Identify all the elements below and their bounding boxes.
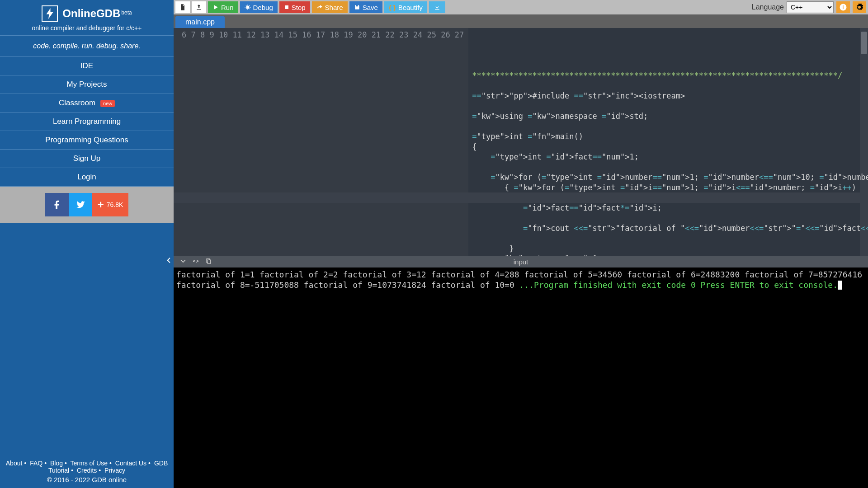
gear-icon [855,3,863,11]
footer-terms[interactable]: Terms of Use [71,460,108,467]
info-icon: i [839,3,847,11]
brand-beta: beta [121,9,132,16]
collapse-sidebar-button[interactable] [165,250,174,270]
footer-privacy[interactable]: Privacy [104,467,125,474]
nav-my-projects[interactable]: My Projects [0,75,174,94]
share-count-value: 76.8K [107,201,123,208]
copyright: © 2016 - 2022 GDB online [0,476,174,488]
tab-main-cpp[interactable]: main.cpp [175,16,225,28]
upload-icon [195,4,203,11]
chevron-left-icon [165,257,173,264]
nav-classroom-label: Classroom [59,99,95,107]
footer-links: About• FAQ• Blog• Terms of Use• Contact … [0,460,174,476]
nav-login[interactable]: Login [0,168,174,187]
bug-icon [245,4,251,10]
brand-title: OnlineGDB [62,7,120,19]
save-button[interactable]: Save [349,1,382,13]
logo-area: OnlineGDBbeta online compiler and debugg… [0,0,174,35]
save-icon [354,4,360,10]
copy-icon [205,258,212,264]
share-count-button[interactable]: + 76.8K [92,193,129,216]
debug-button[interactable]: Debug [240,1,278,13]
stop-icon [284,5,289,10]
settings-button[interactable] [853,1,866,13]
svg-rect-5 [208,260,210,263]
console-output[interactable]: factorial of 1=1 factorial of 2=2 factor… [174,267,868,488]
svg-rect-1 [285,5,288,9]
plus-icon: + [98,198,104,211]
scrollbar-thumb[interactable] [861,32,867,54]
code-area[interactable]: ****************************************… [468,28,868,256]
nav-learn-programming[interactable]: Learn Programming [0,113,174,131]
share-icon [316,4,323,10]
svg-text:i: i [843,5,844,10]
facebook-button[interactable] [45,193,69,216]
brand-subtitle: online compiler and debugger for c/c++ [0,24,174,32]
nav-ide[interactable]: IDE [0,57,174,75]
expand-icon [193,258,199,264]
chevron-down-icon [180,258,186,264]
stop-button[interactable]: Stop [279,1,310,13]
twitter-button[interactable] [69,193,92,216]
nav: IDE My Projects Classroom new Learn Prog… [0,57,174,187]
upload-button[interactable] [192,1,206,13]
braces-icon: { } [389,4,396,11]
nav-classroom[interactable]: Classroom new [0,94,174,113]
new-file-icon [179,4,186,11]
footer-blog[interactable]: Blog [50,460,63,467]
footer-about[interactable]: About [6,460,23,467]
line-gutter: 6 7 8 9 10 11 12 13 14 15 16 17 18 19 20… [174,28,468,256]
footer-faq[interactable]: FAQ [30,460,42,467]
footer-contact[interactable]: Contact Us [115,460,146,467]
play-icon [212,4,219,10]
tagline: code. compile. run. debug. share. [0,35,174,57]
badge-new: new [100,100,115,107]
nav-programming-questions[interactable]: Programming Questions [0,131,174,150]
download-icon [434,4,441,11]
tab-bar: main.cpp [174,14,868,28]
new-file-button[interactable] [175,1,190,13]
code-editor[interactable]: 6 7 8 9 10 11 12 13 14 15 16 17 18 19 20… [174,28,868,256]
sidebar: OnlineGDBbeta online compiler and debugg… [0,0,174,488]
share-button[interactable]: Share [312,1,348,13]
main: Run Debug Stop Share Save { } Beautify L… [174,0,868,488]
console-copy-button[interactable] [205,258,212,266]
language-label: Language [752,3,784,11]
console-expand-button[interactable] [193,258,199,266]
console-collapse-button[interactable] [180,258,186,266]
social-row: + 76.8K [0,187,174,223]
nav-sign-up[interactable]: Sign Up [0,150,174,168]
footer-credits[interactable]: Credits [77,467,97,474]
logo-icon [42,5,58,22]
run-button[interactable]: Run [208,1,238,13]
toolbar: Run Debug Stop Share Save { } Beautify L… [174,0,868,14]
beautify-button[interactable]: { } Beautify [384,1,427,13]
console-title: input [514,258,528,266]
download-button[interactable] [429,1,445,13]
info-button[interactable]: i [836,1,850,13]
console-bar: input [174,256,868,267]
language-select[interactable]: C++ [787,1,834,13]
